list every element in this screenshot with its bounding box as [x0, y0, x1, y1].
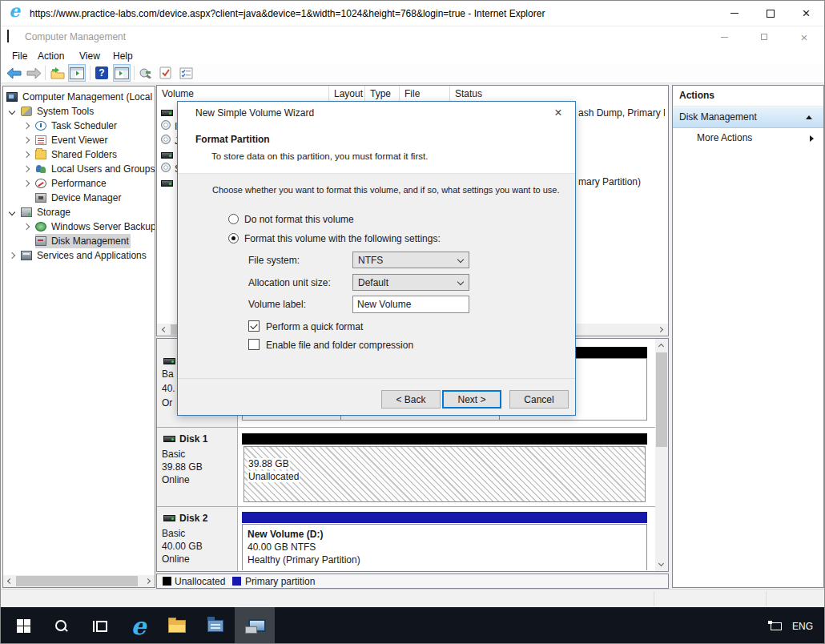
dialog-titlebar[interactable]: New Simple Volume Wizard ×: [178, 102, 575, 124]
scroll-up-arrow[interactable]: [655, 340, 667, 352]
disk2-partition-bar[interactable]: [242, 512, 647, 523]
tree-horizontal-scrollbar[interactable]: [3, 575, 155, 587]
collapse-icon[interactable]: [806, 115, 812, 119]
chevron-down-icon[interactable]: [9, 209, 15, 215]
column-header-volume[interactable]: Volume: [157, 86, 329, 102]
browser-minimize-button[interactable]: [716, 1, 752, 26]
chevron-down-icon: [457, 279, 464, 285]
back-button[interactable]: [5, 64, 22, 82]
allocation-unit-select[interactable]: Default: [352, 274, 469, 291]
cancel-button[interactable]: Cancel: [509, 390, 569, 409]
tree-item-performance[interactable]: Performance: [24, 176, 108, 191]
disk1-unallocated-area[interactable]: 39.88 GB Unallocated: [243, 446, 646, 502]
scroll-left-arrow[interactable]: [158, 324, 170, 336]
menu-view[interactable]: View: [76, 49, 103, 63]
internet-explorer-button[interactable]: e: [119, 607, 158, 644]
device-manager-icon: [35, 193, 46, 203]
chevron-right-icon[interactable]: [23, 223, 30, 230]
chevron-down-icon[interactable]: [9, 108, 15, 115]
disk1-label-cell[interactable]: Disk 1 Basic 39.88 GB Online: [157, 428, 238, 506]
menu-action[interactable]: Action: [34, 49, 67, 63]
app-close-button[interactable]: ×: [791, 30, 818, 44]
disk2-label-cell[interactable]: Disk 2 Basic 40.00 GB Online: [157, 507, 238, 571]
actions-group-disk-management[interactable]: Disk Management: [673, 107, 823, 128]
app-restore-button[interactable]: [751, 30, 778, 44]
tree-item-system-tools[interactable]: System Tools: [10, 104, 95, 119]
compression-label[interactable]: Enable file and folder compression: [266, 340, 413, 351]
disk2-volume-health: Healthy (Primary Partition): [248, 554, 360, 566]
storage-icon: [21, 207, 32, 217]
language-indicator[interactable]: ENG: [792, 621, 813, 632]
start-button[interactable]: [4, 607, 42, 644]
disk2-volume-area[interactable]: New Volume (D:) 40.00 GB NTFS Healthy (P…: [242, 524, 647, 570]
radio-format-volume[interactable]: [228, 233, 239, 244]
tree-item-task-scheduler[interactable]: Task Scheduler: [24, 119, 119, 133]
scroll-right-arrow[interactable]: [655, 324, 667, 336]
forward-button[interactable]: [25, 64, 42, 82]
chevron-right-icon[interactable]: [23, 123, 30, 129]
disk-graph-vertical-scrollbar[interactable]: [655, 339, 668, 571]
tree-item-disk-management[interactable]: Disk Management: [35, 234, 131, 248]
internet-explorer-icon: e: [9, 4, 20, 18]
export-list-button[interactable]: [49, 64, 66, 82]
close-icon: ×: [801, 31, 808, 43]
radio-format-volume-label[interactable]: Format this volume with the following se…: [244, 233, 441, 244]
radio-do-not-format-label[interactable]: Do not format this volume: [244, 214, 354, 225]
menu-help[interactable]: Help: [110, 49, 136, 63]
file-system-select[interactable]: NTFS: [352, 252, 469, 268]
chevron-right-icon[interactable]: [23, 166, 30, 172]
search-button[interactable]: [42, 607, 81, 644]
disk2-type: Basic: [162, 528, 185, 539]
column-header-type[interactable]: Type: [365, 86, 400, 102]
disk1-partition-bar[interactable]: [242, 433, 647, 445]
scrollbar-thumb[interactable]: [656, 352, 667, 447]
disk1-status: Online: [162, 474, 190, 485]
chevron-right-icon[interactable]: [23, 137, 30, 143]
file-explorer-button[interactable]: [158, 607, 196, 644]
quick-format-label[interactable]: Perform a quick format: [266, 321, 363, 332]
tree-item-windows-server-backup[interactable]: Windows Server Backup: [24, 219, 155, 234]
show-action-pane-button[interactable]: [113, 64, 131, 82]
back-button[interactable]: < Back: [381, 390, 441, 409]
tree-item-storage[interactable]: Storage: [10, 205, 72, 219]
dialog-close-button[interactable]: ×: [545, 102, 572, 124]
show-console-tree-button[interactable]: [68, 64, 86, 82]
chevron-right-icon[interactable]: [23, 180, 30, 187]
properties-button[interactable]: [137, 64, 155, 82]
tree-item-services-applications[interactable]: Services and Applications: [10, 248, 148, 263]
chevron-right-icon[interactable]: [23, 151, 30, 158]
menu-file[interactable]: File: [9, 49, 30, 63]
next-button[interactable]: Next >: [442, 390, 501, 409]
tree-item-shared-folders[interactable]: Shared Folders: [24, 147, 119, 162]
browser-close-button[interactable]: ×: [788, 1, 824, 26]
browser-maximize-button[interactable]: [752, 1, 788, 26]
volume-label-input[interactable]: [352, 296, 469, 313]
scroll-left-arrow[interactable]: [3, 575, 15, 587]
app-titlebar: Computer Management ×: [1, 26, 825, 47]
column-header-status[interactable]: Status: [450, 86, 668, 102]
tree-item-event-viewer[interactable]: Event Viewer: [24, 133, 109, 147]
scrollbar-thumb[interactable]: [16, 576, 138, 586]
view-options-button[interactable]: [177, 64, 195, 82]
help-button[interactable]: ?: [93, 64, 111, 82]
app-minimize-button[interactable]: [710, 30, 738, 44]
column-header-filesystem[interactable]: File System: [400, 86, 450, 102]
more-actions-item[interactable]: More Actions: [673, 130, 823, 147]
tree-item-device-manager[interactable]: Device Manager: [35, 191, 123, 205]
column-header-layout[interactable]: Layout: [329, 86, 365, 102]
quick-format-checkbox[interactable]: [248, 320, 260, 332]
tree-item-computer-management[interactable]: Computer Management (Local: [6, 90, 154, 104]
radio-do-not-format[interactable]: [228, 214, 239, 224]
tree-item-local-users-groups[interactable]: Local Users and Groups: [24, 162, 155, 176]
volume-row[interactable]: [161, 107, 173, 119]
volume-row[interactable]: I: [161, 120, 177, 132]
scroll-right-arrow[interactable]: [143, 575, 155, 587]
computer-management-button[interactable]: [235, 607, 275, 644]
check-document-button[interactable]: [157, 64, 175, 82]
server-manager-button[interactable]: [196, 607, 235, 644]
chevron-right-icon[interactable]: [9, 252, 15, 259]
scroll-down-arrow[interactable]: [655, 558, 667, 570]
app-title: Computer Management: [25, 31, 126, 42]
task-view-button[interactable]: [81, 607, 119, 644]
compression-checkbox[interactable]: [248, 339, 260, 350]
